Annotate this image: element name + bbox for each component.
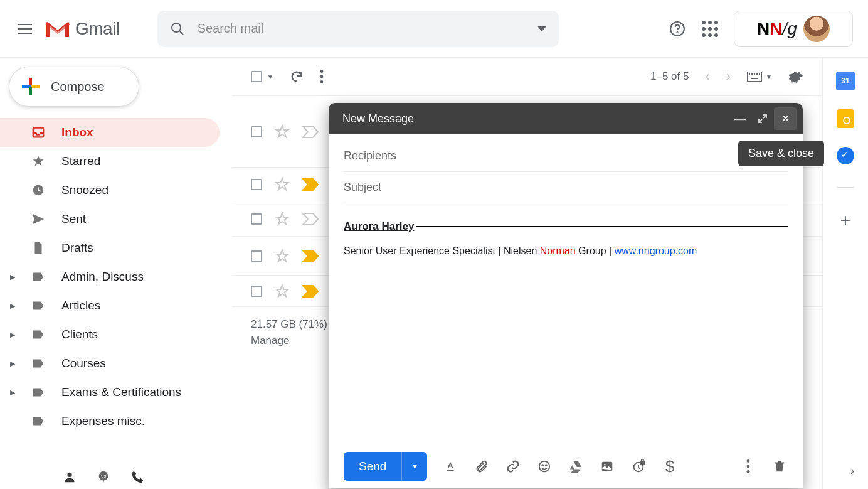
star-icon[interactable] <box>275 284 290 299</box>
phone-icon[interactable] <box>130 470 144 484</box>
tasks-addon[interactable] <box>837 147 854 164</box>
sidebar-item-inbox[interactable]: Inbox <box>0 118 220 147</box>
confidential-button[interactable] <box>630 458 647 475</box>
star-icon[interactable] <box>275 124 290 139</box>
discard-button[interactable] <box>771 458 788 475</box>
emoji-button[interactable] <box>536 458 553 475</box>
star-icon[interactable] <box>275 177 290 192</box>
expand-icon[interactable]: ▶ <box>10 273 19 281</box>
sidebar-item-expenses-misc-[interactable]: Expenses misc. <box>0 407 220 436</box>
sidebar-label: Admin, Discuss <box>61 270 144 284</box>
svg-point-28 <box>747 470 750 473</box>
attach-button[interactable] <box>474 458 490 475</box>
star-icon[interactable] <box>275 249 290 264</box>
label-icon <box>31 270 45 284</box>
select-dropdown[interactable]: ▼ <box>267 73 273 80</box>
toolbar: ▼ 1–5 of 5 ‹ › ▼ <box>232 58 822 95</box>
svg-rect-15 <box>756 73 758 75</box>
importance-icon[interactable] <box>302 213 319 225</box>
sidebar-item-snoozed[interactable]: Snoozed <box>0 176 220 205</box>
star-icon <box>31 154 45 168</box>
search-bar[interactable] <box>157 11 559 47</box>
svg-point-6 <box>67 473 71 477</box>
expand-icon[interactable]: ▶ <box>10 389 19 397</box>
main-menu-button[interactable] <box>10 14 40 44</box>
svg-point-18 <box>539 461 550 472</box>
hide-panel-button[interactable]: › <box>850 465 854 478</box>
more-options-button[interactable] <box>740 458 756 475</box>
email-checkbox[interactable] <box>251 286 262 297</box>
signature-name: Aurora Harley <box>344 220 416 233</box>
prev-page-button[interactable]: ‹ <box>705 68 709 85</box>
search-input[interactable] <box>198 21 525 36</box>
sidebar-item-drafts[interactable]: Drafts <box>0 234 220 262</box>
keep-addon[interactable] <box>837 109 854 128</box>
hangouts-icon[interactable]: 99 <box>97 470 110 484</box>
select-all-checkbox[interactable] <box>251 71 262 82</box>
expand-icon[interactable]: ▶ <box>10 302 19 310</box>
search-options-icon[interactable] <box>537 24 546 33</box>
compose-button[interactable]: Compose <box>9 67 139 107</box>
send-button[interactable]: Send ▼ <box>344 452 427 481</box>
next-page-button[interactable]: › <box>726 68 731 85</box>
svg-rect-13 <box>751 73 753 75</box>
sidebar-item-clients[interactable]: ▶Clients <box>0 320 220 349</box>
email-checkbox[interactable] <box>251 250 262 262</box>
link-button[interactable] <box>505 458 521 475</box>
importance-icon[interactable] <box>302 178 319 191</box>
signature[interactable]: Aurora Harley Senior User Experience Spe… <box>344 226 788 257</box>
help-button[interactable] <box>669 20 686 38</box>
svg-rect-16 <box>759 73 760 75</box>
importance-icon[interactable] <box>302 285 319 298</box>
svg-rect-17 <box>751 78 758 79</box>
sidebar-item-courses[interactable]: ▶Courses <box>0 349 220 378</box>
google-apps-button[interactable] <box>701 20 719 38</box>
page-count: 1–5 of 5 <box>650 70 689 83</box>
svg-rect-14 <box>754 73 755 75</box>
expand-icon[interactable]: ▶ <box>10 360 19 368</box>
sidebar-label: Drafts <box>61 241 93 255</box>
importance-icon[interactable] <box>302 126 319 138</box>
send-options-dropdown[interactable]: ▼ <box>402 462 427 471</box>
refresh-button[interactable] <box>290 70 304 83</box>
sidebar-item-sent[interactable]: Sent <box>0 205 220 234</box>
fullscreen-button[interactable] <box>751 107 774 130</box>
signature-url[interactable]: www.nngroup.com <box>615 245 697 256</box>
email-checkbox[interactable] <box>251 126 262 137</box>
importance-icon[interactable] <box>302 250 319 262</box>
expand-icon[interactable]: ▶ <box>10 331 19 339</box>
calendar-addon[interactable]: 31 <box>836 72 855 90</box>
svg-point-10 <box>320 80 323 83</box>
sidebar-label: Articles <box>61 299 100 313</box>
sidebar-footer: 99 <box>63 470 144 484</box>
person-icon[interactable] <box>63 470 77 484</box>
close-button[interactable]: ✕ <box>774 107 797 130</box>
account-badge[interactable]: NN/g <box>734 11 853 47</box>
gmail-logo[interactable]: Gmail <box>45 19 120 39</box>
money-button[interactable]: $ <box>662 458 678 475</box>
star-icon[interactable] <box>275 212 290 227</box>
email-checkbox[interactable] <box>251 179 262 190</box>
dialog-header[interactable]: New Message — ✕ <box>329 103 803 134</box>
sidebar-item-exams-certifications[interactable]: ▶Exams & Certifications <box>0 378 220 407</box>
fullscreen-icon <box>758 114 767 123</box>
get-addons-button[interactable]: + <box>840 210 850 230</box>
email-checkbox[interactable] <box>251 213 262 225</box>
recipients-field[interactable] <box>344 141 788 172</box>
dialog-footer: Send ▼ $ <box>329 444 803 488</box>
settings-button[interactable] <box>788 69 803 84</box>
input-tools-button[interactable]: ▼ <box>747 72 772 82</box>
sidebar-item-starred[interactable]: Starred <box>0 147 220 176</box>
subject-field[interactable] <box>344 172 788 203</box>
clock-icon <box>31 183 45 197</box>
svg-point-8 <box>320 70 323 73</box>
more-button[interactable] <box>320 70 324 83</box>
minimize-button[interactable]: — <box>729 107 751 130</box>
sidebar-item-admin-discuss[interactable]: ▶Admin, Discuss <box>0 262 220 291</box>
formatting-button[interactable] <box>442 458 458 475</box>
photo-button[interactable] <box>599 458 615 475</box>
drive-button[interactable] <box>568 458 584 475</box>
keyboard-icon <box>747 72 762 82</box>
hamburger-icon <box>18 28 32 30</box>
sidebar-item-articles[interactable]: ▶Articles <box>0 291 220 320</box>
